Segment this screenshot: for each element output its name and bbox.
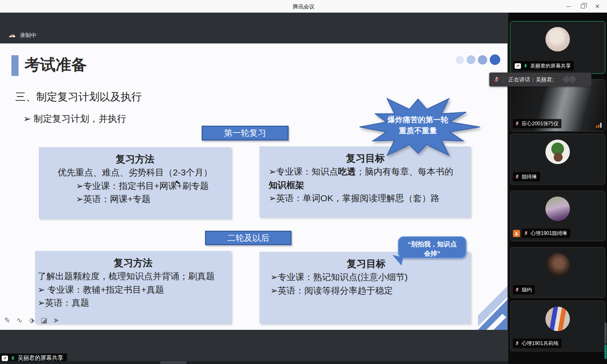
round1-target-line1: ➢专业课：知识点吃透；脑内有每章、每本书的知识框架 <box>269 165 462 191</box>
minimize-button[interactable]: ─ <box>561 0 576 13</box>
window-titlebar: 腾讯会议 ─ ✕ <box>0 0 607 13</box>
round1-target-line2: ➢英语：单词OK，掌握阅读理解思（套）路 <box>269 191 462 205</box>
shared-slide: 考试准备 三、制定复习计划以及执行 ➢ 制定复习计划，并执行 第一轮复习 复习方… <box>0 43 507 330</box>
select-arrow-icon[interactable]: ➤ <box>52 316 60 325</box>
speech-bubble-line2: 会掉” <box>399 249 466 258</box>
recording-label: 录制中 <box>20 32 36 39</box>
participant-tile-zhangqiaoyi[interactable]: 应心2001张巧仪 <box>510 79 605 132</box>
highlighter-icon[interactable]: ⬗ <box>28 316 35 325</box>
participant-name-pill: 隐约 <box>513 285 535 294</box>
explosion-callout: 爆炸痛苦的第一轮 重质不重量 <box>356 94 480 160</box>
explosion-line1: 爆炸痛苦的第一轮 <box>356 114 480 125</box>
participant-name: 陈绮琳 <box>522 173 537 181</box>
participant-tile-lvlichun[interactable]: 心理1901吕莉纯 <box>510 301 605 351</box>
dot-3 <box>478 55 487 65</box>
participant-name-pill: 陈绮琳 <box>513 172 540 181</box>
participant-tile-yinyue[interactable]: 隐约 <box>510 247 605 298</box>
decorative-dots <box>456 54 500 65</box>
dot-4 <box>490 54 500 65</box>
section-bullet: ➢ 制定复习计划，并执行 <box>23 113 127 125</box>
participant-name-pill: 心理1901陈绮琳 <box>522 229 570 238</box>
close-button[interactable]: ✕ <box>590 0 604 13</box>
restore-icon <box>581 4 585 8</box>
section-heading: 三、制定复习计划以及执行 <box>15 90 142 104</box>
round2-method-line2: ➢ 专业课：教辅+指定书目+真题 <box>38 283 229 297</box>
screen-share-icon: ↗ <box>2 356 8 361</box>
toast-divider <box>504 76 504 84</box>
avatar <box>545 253 570 278</box>
avatar <box>545 140 570 164</box>
participant-name: 应心2001张巧仪 <box>522 120 558 127</box>
explosion-line2: 重质不重量 <box>356 125 480 136</box>
window-title: 腾讯会议 <box>0 3 607 11</box>
avatar <box>545 27 570 51</box>
participant-tile-xinli1901chenqilin[interactable]: 心理1901陈绮琳 <box>510 191 605 241</box>
recording-indicator: 录制中 <box>8 32 36 39</box>
avatar <box>545 197 570 221</box>
round1-method-line1: 优先重点、难点、劣势科目（2-3个月） <box>39 166 231 179</box>
participant-name-pill: ↗ 吴丽君的屏幕共享 <box>513 61 574 70</box>
round1-method-line2: ➢专业课：指定书目+网课+刷专题 <box>76 179 231 193</box>
pen-icon[interactable]: ✎ <box>3 316 11 325</box>
speech-bubble-line1: “别拍我，知识点 <box>399 240 466 249</box>
slide-title: 考试准备 <box>24 54 87 75</box>
participant-name: 心理1901吕莉纯 <box>522 340 558 347</box>
participant-name: 吴丽君的屏幕共享 <box>530 62 571 70</box>
sidebar-scrollbar-accent[interactable] <box>604 345 607 359</box>
participant-tile-chenqilin[interactable]: 陈绮琳 <box>510 134 605 185</box>
participant-name: 隐约 <box>522 286 532 294</box>
round2-method-line1: 了解出题颗粒度，梳理知识点并背诵；刷真题 <box>38 270 229 283</box>
mic-muted-icon <box>515 287 520 293</box>
round2-method-box: 复习方法 了解出题颗粒度，梳理知识点并背诵；刷真题 ➢ 专业课：教辅+指定书目+… <box>35 251 231 324</box>
mic-on-icon <box>523 63 528 69</box>
round1-tag: 第一轮复习 <box>202 126 289 140</box>
target-seg2: ；脑内有每章、每本书的 <box>356 167 453 176</box>
cloud-recording-icon <box>8 33 16 38</box>
title-accent-bar <box>11 55 19 76</box>
mic-muted-icon <box>494 76 500 83</box>
mic-muted-icon <box>515 121 520 127</box>
round2-method-line3: ➢英语：真题 <box>38 296 229 310</box>
dot-1 <box>456 56 464 64</box>
round2-target-line2: ➢英语：阅读等得分率趋于稳定 <box>270 284 462 297</box>
target-seg1-bold: 吃透 <box>338 167 356 176</box>
speaking-toast: 正在讲话：吴丽君; <box>489 73 591 86</box>
round2-target-box: 复习目标 ➢专业课：熟记知识点(注意小细节) ➢英语：阅读等得分率趋于稳定 <box>259 252 470 324</box>
network-signal-icon <box>596 123 602 128</box>
target-seg2-bold: 知识框架 <box>269 180 304 190</box>
participant-name-pill: 心理1901吕莉纯 <box>513 339 561 348</box>
round2-tag: 二轮及以后 <box>205 231 291 245</box>
bottom-strip-segment <box>160 361 186 364</box>
round1-method-box: 复习方法 优先重点、难点、劣势科目（2-3个月） ➢专业课：指定书目+网课+刷专… <box>39 147 231 218</box>
avatar <box>545 307 570 331</box>
round2-method-title: 复习方法 <box>38 256 229 270</box>
round1-method-title: 复习方法 <box>39 153 231 166</box>
sidebar-scrollbar[interactable] <box>604 323 607 344</box>
participant-tile-wulijun-share[interactable]: ↗ 吴丽君的屏幕共享 <box>510 21 605 74</box>
round1-method-line3: ➢英语：网课+专题 <box>76 192 231 206</box>
target-seg1: ➢专业课：知识点 <box>269 167 338 176</box>
round2-target-line1: ➢专业课：熟记知识点(注意小细节) <box>270 270 462 284</box>
curve-icon[interactable]: ∿ <box>16 316 23 325</box>
annotation-toolbar: ✎ ∿ ⬗ ◪ ➤ <box>3 316 60 325</box>
restore-button[interactable] <box>576 0 590 13</box>
round2-target-title: 复习目标 <box>270 257 462 270</box>
explosion-text: 爆炸痛苦的第一轮 重质不重量 <box>356 114 480 136</box>
speech-bubble: “别拍我，知识点 会掉” <box>398 236 467 259</box>
dot-2 <box>467 55 475 64</box>
corner-decoration <box>478 266 507 330</box>
mic-muted-icon <box>515 340 520 346</box>
speaking-toast-text: 正在讲话：吴丽君; <box>508 76 554 84</box>
screen-share-stage: 录制中 考试准备 三、制定复习计划以及执行 ➢ 制定复习计划，并执行 第一轮复习… <box>0 13 508 364</box>
mic-muted-icon <box>515 174 520 180</box>
host-badge-icon <box>513 230 520 237</box>
screen-share-icon: ↗ <box>515 63 521 69</box>
watermark-logo <box>563 75 580 84</box>
participants-sidebar: ↗ 吴丽君的屏幕共享 应心2001张巧仪 <box>508 13 607 364</box>
participant-name-pill: 应心2001张巧仪 <box>513 119 561 128</box>
bottom-strip <box>0 361 508 364</box>
mic-muted-icon <box>523 230 529 236</box>
mic-on-icon <box>10 355 16 361</box>
participant-name: 心理1901陈绮琳 <box>531 230 567 237</box>
eraser-icon[interactable]: ◪ <box>40 316 48 325</box>
